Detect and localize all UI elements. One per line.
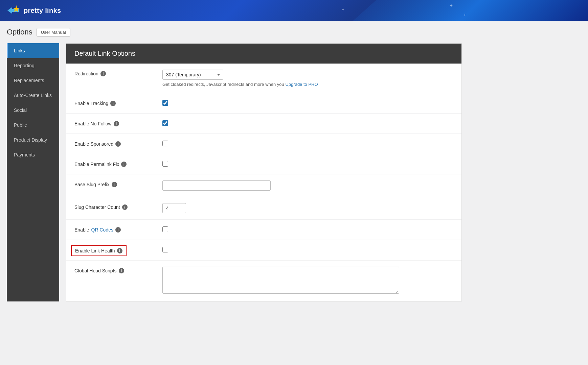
base-slug-prefix-control-col xyxy=(162,180,453,191)
sidebar-item-replacements[interactable]: Replacements xyxy=(7,73,59,88)
slug-character-count-control-col xyxy=(162,203,453,213)
sidebar-item-auto-create[interactable]: Auto-Create Links xyxy=(7,88,59,103)
enable-permalink-fix-info-icon[interactable]: i xyxy=(121,162,127,167)
slug-character-count-label-col: Slug Character Count i xyxy=(74,203,162,210)
enable-sponsored-control-col xyxy=(162,140,453,148)
panel-header: Default Link Options xyxy=(66,44,461,64)
sidebar-item-public[interactable]: Public xyxy=(7,118,59,132)
user-manual-button[interactable]: User Manual xyxy=(37,28,70,36)
enable-link-health-checkbox[interactable] xyxy=(162,247,168,252)
enable-tracking-label-col: Enable Tracking i xyxy=(74,99,162,106)
enable-no-follow-info-icon[interactable]: i xyxy=(114,121,119,126)
enable-no-follow-label-col: Enable No Follow i xyxy=(74,120,162,126)
star-decoration-3: + xyxy=(463,12,466,18)
global-head-scripts-label: Global Head Scripts i xyxy=(74,268,162,273)
global-head-scripts-textarea[interactable] xyxy=(162,267,399,294)
main-layout: Links Reporting Replacements Auto-Create… xyxy=(7,43,581,301)
enable-qr-codes-label: Enable QR Codes i xyxy=(74,227,162,233)
slug-character-count-input[interactable] xyxy=(162,203,186,213)
base-slug-prefix-info-icon[interactable]: i xyxy=(112,182,117,187)
slug-character-count-row: Slug Character Count i xyxy=(66,197,461,220)
global-head-scripts-control-col xyxy=(162,267,453,295)
sidebar-item-social[interactable]: Social xyxy=(7,103,59,118)
content-area: Default Link Options Redirection i xyxy=(59,43,581,301)
slug-character-count-label: Slug Character Count i xyxy=(74,204,162,210)
content-panel: Default Link Options Redirection i xyxy=(66,43,462,301)
panel-body: Redirection i 307 (Temporary) 301 (Perma… xyxy=(66,64,461,301)
star-decoration-1: + xyxy=(450,3,453,8)
enable-link-health-info-icon[interactable]: i xyxy=(117,248,122,253)
enable-link-health-control-col xyxy=(162,246,453,254)
enable-no-follow-label: Enable No Follow i xyxy=(74,121,162,126)
enable-tracking-info-icon[interactable]: i xyxy=(110,101,116,106)
logo: pretty links xyxy=(7,4,61,17)
enable-tracking-control-col xyxy=(162,99,453,107)
enable-qr-codes-label-col: Enable QR Codes i xyxy=(74,226,162,233)
enable-permalink-fix-control-col xyxy=(162,160,453,168)
enable-permalink-fix-label-col: Enable Permalink Fix i xyxy=(74,160,162,167)
redirection-hint: Get cloaked redirects, Javascript redire… xyxy=(162,82,453,87)
enable-tracking-label: Enable Tracking i xyxy=(74,101,162,106)
redirection-label: Redirection i xyxy=(74,71,162,76)
base-slug-prefix-label: Base Slug Prefix i xyxy=(74,182,162,187)
sidebar-item-payments[interactable]: Payments xyxy=(7,147,59,162)
base-slug-prefix-row: Base Slug Prefix i xyxy=(66,174,461,197)
enable-no-follow-row: Enable No Follow i xyxy=(66,114,461,134)
star-decoration-2: + xyxy=(342,7,344,12)
enable-sponsored-info-icon[interactable]: i xyxy=(115,141,121,147)
enable-qr-codes-checkbox[interactable] xyxy=(162,226,168,232)
enable-no-follow-checkbox[interactable] xyxy=(162,120,168,126)
enable-sponsored-label: Enable Sponsored i xyxy=(74,141,162,147)
sidebar-item-reporting[interactable]: Reporting xyxy=(7,58,59,73)
app-header: + + + pretty links xyxy=(0,0,588,21)
sidebar-item-links[interactable]: Links xyxy=(7,43,59,58)
enable-permalink-fix-label: Enable Permalink Fix i xyxy=(74,162,162,167)
enable-link-health-label-col: Enable Link Health i xyxy=(74,246,162,254)
enable-sponsored-checkbox[interactable] xyxy=(162,141,168,146)
redirection-row: Redirection i 307 (Temporary) 301 (Perma… xyxy=(66,64,461,93)
base-slug-prefix-label-col: Base Slug Prefix i xyxy=(74,180,162,187)
enable-tracking-checkbox[interactable] xyxy=(162,100,168,106)
redirection-control-col: 307 (Temporary) 301 (Permanent) 302 (Tem… xyxy=(162,70,453,87)
redirection-select[interactable]: 307 (Temporary) 301 (Permanent) 302 (Tem… xyxy=(162,70,223,80)
base-slug-prefix-input[interactable] xyxy=(162,180,271,191)
global-head-scripts-info-icon[interactable]: i xyxy=(119,268,124,273)
enable-qr-codes-control-col xyxy=(162,226,453,234)
enable-no-follow-control-col xyxy=(162,120,453,127)
page-wrapper: Options User Manual Links Reporting Repl… xyxy=(0,21,588,308)
enable-permalink-fix-checkbox[interactable] xyxy=(162,161,168,167)
enable-qr-codes-info-icon[interactable]: i xyxy=(115,227,121,233)
redirection-info-icon[interactable]: i xyxy=(100,71,106,76)
page-title-area: Options User Manual xyxy=(7,28,581,36)
enable-sponsored-label-col: Enable Sponsored i xyxy=(74,140,162,147)
global-head-scripts-row: Global Head Scripts i xyxy=(66,261,461,301)
redirection-label-col: Redirection i xyxy=(74,70,162,76)
enable-permalink-fix-row: Enable Permalink Fix i xyxy=(66,154,461,174)
enable-sponsored-row: Enable Sponsored i xyxy=(66,134,461,154)
sidebar-item-product-display[interactable]: Product Display xyxy=(7,132,59,147)
logo-star-icon xyxy=(7,4,20,17)
logo-text: pretty links xyxy=(24,7,61,15)
qr-codes-link[interactable]: QR Codes xyxy=(91,227,113,233)
upgrade-pro-link[interactable]: Upgrade to PRO xyxy=(285,82,318,87)
slug-character-count-info-icon[interactable]: i xyxy=(122,204,128,210)
enable-qr-codes-row: Enable QR Codes i xyxy=(66,220,461,240)
enable-link-health-row: Enable Link Health i xyxy=(66,240,461,261)
enable-tracking-row: Enable Tracking i xyxy=(66,93,461,114)
page-title: Options xyxy=(7,28,32,36)
sidebar: Links Reporting Replacements Auto-Create… xyxy=(7,43,59,301)
global-head-scripts-label-col: Global Head Scripts i xyxy=(74,267,162,273)
enable-link-health-label: Enable Link Health i xyxy=(71,245,127,256)
